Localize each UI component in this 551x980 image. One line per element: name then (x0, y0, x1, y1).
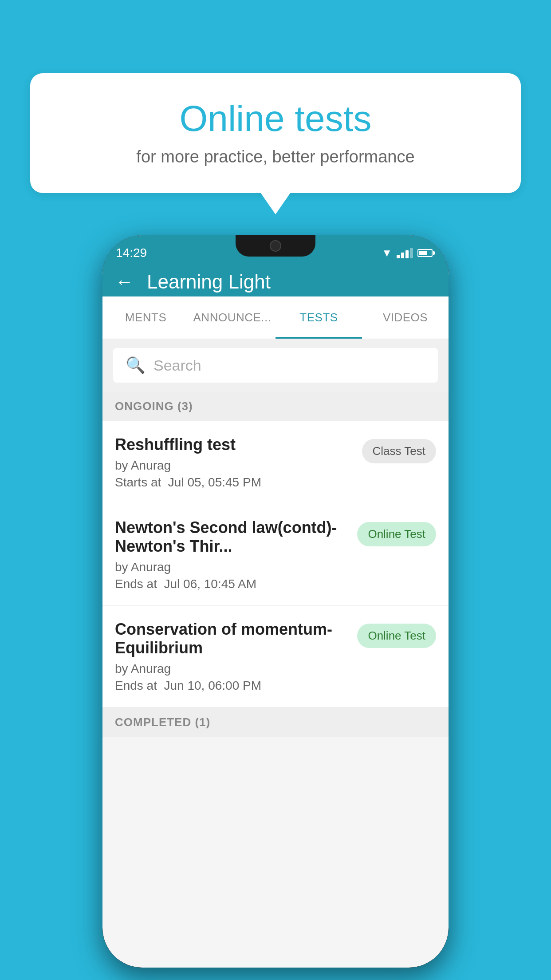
front-camera (270, 240, 281, 252)
tab-tests[interactable]: TESTS (276, 296, 362, 339)
test-info-3: Conservation of momentum-Equilibrium by … (115, 620, 348, 693)
test-time-1: Starts at Jul 05, 05:45 PM (115, 475, 353, 490)
test-author-1: by Anurag (115, 458, 353, 473)
tab-ments[interactable]: MENTS (102, 296, 189, 339)
test-item-1[interactable]: Reshuffling test by Anurag Starts at Jul… (102, 421, 449, 504)
app-title: Learning Light (147, 271, 271, 293)
test-name-1: Reshuffling test (115, 435, 353, 454)
speech-bubble-subtitle: for more practice, better performance (57, 147, 494, 166)
test-badge-1: Class Test (362, 439, 436, 463)
test-item-2[interactable]: Newton's Second law(contd)-Newton's Thir… (102, 504, 449, 606)
test-badge-3: Online Test (357, 624, 436, 648)
search-placeholder: Search (153, 357, 201, 374)
test-list: Reshuffling test by Anurag Starts at Jul… (102, 421, 449, 707)
phone-container: 14:29 ▼ (102, 235, 449, 968)
battery-icon (417, 249, 433, 257)
test-author-3: by Anurag (115, 662, 348, 676)
test-time-2: Ends at Jul 06, 10:45 AM (115, 577, 348, 591)
search-container: 🔍 Search (102, 339, 449, 391)
phone-notch (236, 235, 315, 257)
ongoing-section-header: ONGOING (3) (102, 391, 449, 421)
completed-section-header: COMPLETED (1) (102, 707, 449, 737)
tab-announcements[interactable]: ANNOUNCE... (189, 296, 276, 339)
phone-frame: 14:29 ▼ (102, 235, 449, 968)
test-author-2: by Anurag (115, 560, 348, 574)
signal-bar-4 (410, 248, 413, 258)
app-screen: 14:29 ▼ (102, 235, 449, 968)
status-time: 14:29 (116, 246, 147, 260)
signal-bar-1 (397, 255, 400, 258)
signal-bar-2 (401, 253, 404, 258)
signal-bar-3 (405, 250, 409, 258)
tabs-container: MENTS ANNOUNCE... TESTS VIDEOS (102, 296, 449, 339)
speech-bubble: Online tests for more practice, better p… (30, 73, 521, 193)
test-info-1: Reshuffling test by Anurag Starts at Jul… (115, 435, 353, 490)
test-info-2: Newton's Second law(contd)-Newton's Thir… (115, 518, 348, 591)
test-name-3: Conservation of momentum-Equilibrium (115, 620, 348, 657)
search-icon: 🔍 (126, 356, 146, 375)
status-icons: ▼ (382, 247, 433, 259)
wifi-icon: ▼ (382, 247, 392, 259)
signal-bars (397, 248, 413, 258)
test-item-3[interactable]: Conservation of momentum-Equilibrium by … (102, 606, 449, 707)
back-button[interactable]: ← (115, 271, 134, 292)
battery-fill (419, 251, 427, 255)
tab-videos[interactable]: VIDEOS (362, 296, 449, 339)
test-time-3: Ends at Jun 10, 06:00 PM (115, 679, 348, 693)
search-bar[interactable]: 🔍 Search (113, 348, 438, 383)
test-badge-2: Online Test (357, 522, 436, 546)
test-name-2: Newton's Second law(contd)-Newton's Thir… (115, 518, 348, 556)
speech-bubble-title: Online tests (57, 98, 494, 139)
